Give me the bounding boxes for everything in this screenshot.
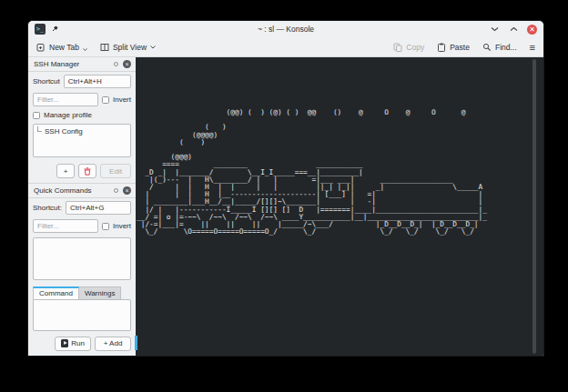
tree-elbow-icon bbox=[37, 126, 42, 132]
qc-command-list[interactable] bbox=[33, 237, 131, 280]
qc-shortcut-field[interactable]: Ctrl+Alt+G bbox=[66, 201, 131, 215]
qc-shortcut-label: Shortcut: bbox=[33, 204, 62, 212]
quick-commands-float-icon[interactable] bbox=[114, 188, 118, 193]
qc-command-editor[interactable] bbox=[33, 299, 131, 331]
run-label: Run bbox=[71, 339, 85, 347]
manage-profile-checkbox[interactable] bbox=[33, 112, 40, 119]
desktop: >_ ~ : sl — Konsole ✕ bbox=[0, 0, 568, 392]
minimize-button[interactable] bbox=[489, 24, 500, 35]
find-button[interactable]: Find... bbox=[482, 43, 517, 52]
titlebar[interactable]: >_ ~ : sl — Konsole ✕ bbox=[28, 21, 543, 37]
copy-label: Copy bbox=[406, 43, 424, 52]
paste-label: Paste bbox=[450, 43, 470, 52]
quick-commands-header[interactable]: Quick Commands × bbox=[28, 183, 136, 198]
ssh-manager-close-icon[interactable]: × bbox=[123, 60, 131, 68]
paste-icon bbox=[437, 43, 446, 52]
paste-button[interactable]: Paste bbox=[437, 43, 470, 52]
konsole-window: >_ ~ : sl — Konsole ✕ bbox=[27, 20, 544, 357]
toolbar: New Tab Split View bbox=[28, 37, 543, 57]
ssh-config-label: SSH Config bbox=[45, 127, 83, 136]
quick-commands-title: Quick Commands bbox=[34, 186, 92, 195]
split-view-icon bbox=[100, 43, 109, 52]
ssh-edit-button[interactable]: Edit bbox=[100, 164, 131, 178]
manage-profile-label: Manage profile bbox=[44, 111, 92, 119]
list-item-ssh-config[interactable]: SSH Config bbox=[37, 127, 127, 136]
pin-icon bbox=[51, 25, 58, 33]
ssh-config-list[interactable]: SSH Config bbox=[33, 124, 131, 157]
new-tab-label: New Tab bbox=[49, 43, 79, 52]
new-tab-icon bbox=[36, 43, 46, 52]
qc-run-button[interactable]: Run bbox=[55, 337, 91, 351]
split-view-button[interactable]: Split View bbox=[100, 43, 156, 52]
close-button[interactable]: ✕ bbox=[527, 25, 537, 35]
split-view-caret-icon bbox=[150, 45, 156, 49]
qc-tabs: Command Warnings bbox=[33, 286, 131, 299]
ssh-add-button[interactable]: + bbox=[56, 164, 75, 178]
ssh-shortcut-field[interactable]: Ctrl+Alt+H bbox=[64, 75, 131, 88]
new-tab-caret-icon[interactable] bbox=[83, 48, 87, 51]
split-view-label: Split View bbox=[113, 43, 147, 52]
ssh-manager-float-icon[interactable] bbox=[114, 62, 118, 66]
terminal-ascii-art: (@@) ( ) (@) ( ) @@ () @ O @ O @ ( ) (@@… bbox=[136, 57, 543, 236]
ssh-delete-button[interactable] bbox=[78, 164, 96, 178]
terminal-view[interactable]: (@@) ( ) (@) ( ) @@ () @ O @ O @ ( ) (@@… bbox=[136, 57, 543, 356]
copy-icon bbox=[393, 43, 402, 52]
qc-invert-checkbox[interactable] bbox=[102, 223, 109, 230]
search-icon bbox=[482, 43, 492, 52]
window-title: ~ : sl — Konsole bbox=[28, 25, 543, 34]
konsole-app-icon: >_ bbox=[35, 24, 46, 35]
maximize-button[interactable] bbox=[508, 24, 519, 35]
ssh-manager-title: SSH Manager bbox=[34, 60, 79, 68]
quick-commands-close-icon[interactable]: × bbox=[123, 186, 131, 195]
qc-add-button[interactable]: + Add bbox=[95, 337, 131, 351]
ssh-filter-input[interactable] bbox=[33, 93, 98, 106]
ssh-shortcut-label: Shortcut bbox=[33, 77, 60, 85]
splitter-handle[interactable] bbox=[135, 336, 137, 350]
hamburger-menu-icon[interactable]: ≡ bbox=[530, 43, 535, 52]
sidebar: SSH Manager × Shortcut Ctrl+Alt+H Invert bbox=[28, 57, 136, 356]
trash-icon bbox=[84, 167, 91, 176]
qc-filter-input[interactable] bbox=[33, 219, 98, 233]
copy-button[interactable]: Copy bbox=[393, 43, 424, 52]
new-tab-button[interactable]: New Tab bbox=[36, 43, 87, 52]
tab-warnings[interactable]: Warnings bbox=[79, 286, 122, 299]
run-icon bbox=[61, 339, 68, 347]
terminal-scrollbar[interactable] bbox=[532, 59, 536, 354]
ssh-invert-label: Invert bbox=[113, 95, 131, 104]
ssh-invert-checkbox[interactable] bbox=[102, 96, 109, 104]
find-label: Find... bbox=[495, 43, 517, 52]
qc-invert-label: Invert bbox=[113, 222, 131, 230]
ssh-manager-header[interactable]: SSH Manager × bbox=[28, 57, 136, 72]
tab-command[interactable]: Command bbox=[33, 286, 79, 299]
